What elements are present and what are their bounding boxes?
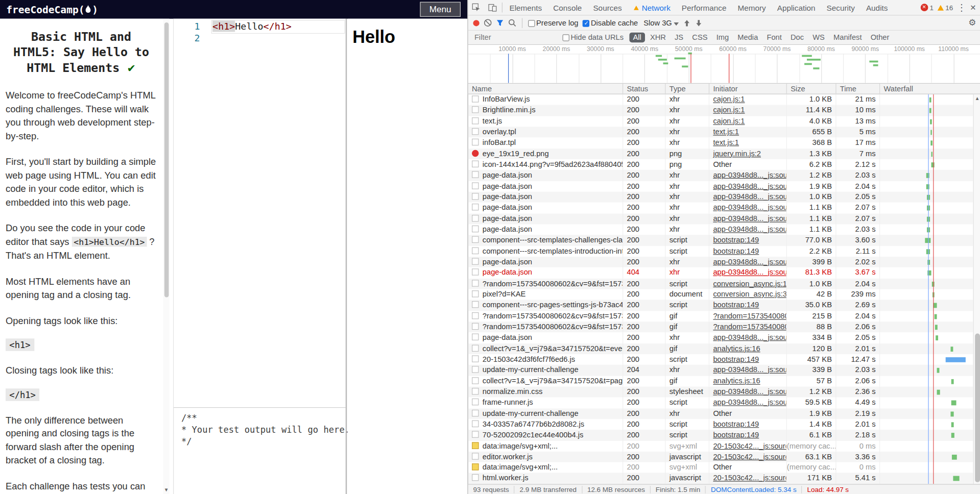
- filter-chip-img[interactable]: Img: [712, 33, 732, 43]
- devtools-close-icon[interactable]: ✕: [970, 3, 976, 12]
- cell-name[interactable]: component---src-templates-challenges-cla…: [468, 235, 624, 245]
- cell-name[interactable]: icon-144x144.png?v=9f5ad2623a4f880405409…: [468, 159, 624, 170]
- network-request-row[interactable]: collect?v=1&_v=j79&a=347157520&t=event&_…: [468, 343, 973, 354]
- cell-name[interactable]: ?random=1573540080602&cv=9&fst=15735400.…: [468, 278, 624, 289]
- cell-name[interactable]: ?random=1573540080602&cv=9&fst=15735384.…: [468, 322, 624, 332]
- device-toolbar-icon[interactable]: [484, 3, 500, 12]
- devtools-tab-console[interactable]: Console: [547, 1, 587, 15]
- filter-chip-doc[interactable]: Doc: [787, 33, 808, 43]
- initiator-link[interactable]: 20-1503c42..._js:sourcem...: [713, 441, 786, 450]
- hide-data-urls-checkbox[interactable]: Hide data URLs: [562, 33, 624, 42]
- network-request-row[interactable]: page-data.json404xhrapp-03948d8..._js:so…: [468, 267, 973, 278]
- cell-name[interactable]: collect?v=1&_v=j79&a=347157520&t=event&_…: [468, 343, 624, 354]
- filter-chip-other[interactable]: Other: [867, 33, 893, 43]
- fcc-logo[interactable]: freeCodeCamp( ): [6, 4, 98, 15]
- network-request-row[interactable]: html.worker.js200javascript20-1503c42...…: [468, 473, 973, 484]
- cell-name[interactable]: ?random=1573540080602&cv=9&fst=15735384.…: [468, 311, 624, 322]
- network-request-row[interactable]: page-data.json200xhrapp-03948d8..._js:so…: [468, 203, 973, 213]
- cell-name[interactable]: text.js: [468, 116, 624, 127]
- network-request-row[interactable]: data:image/svg+xml;...200svg+xml20-1503c…: [468, 440, 973, 451]
- network-request-row[interactable]: page-data.json200xhrapp-03948d8..._js:so…: [468, 181, 973, 191]
- cell-name[interactable]: 70-52002092c1ec44e400b4.js: [468, 430, 624, 440]
- cell-name[interactable]: pixel?d=KAE: [468, 289, 624, 300]
- import-har-icon[interactable]: [683, 19, 691, 27]
- initiator-link[interactable]: conversion_async.js:19: [713, 279, 786, 288]
- initiator-link[interactable]: cajon.js:1: [713, 116, 745, 125]
- cell-name[interactable]: update-my-current-challenge: [468, 408, 624, 419]
- network-request-row[interactable]: eye_19x19_red.png200pngjquery.min.js:21.…: [468, 149, 973, 159]
- code-editor[interactable]: 1 2 <h1>Hello</h1>: [174, 19, 346, 407]
- cell-name[interactable]: page-data.json: [468, 181, 624, 191]
- column-header-time[interactable]: Time: [836, 84, 880, 94]
- devtools-tab-elements[interactable]: Elements: [504, 1, 547, 15]
- sidebar-scroll-down-arrow[interactable]: ▼: [163, 487, 169, 493]
- network-request-row[interactable]: overlay.tpl200xhrtext.js:1655 B5 ms: [468, 127, 973, 137]
- sidebar-scrollbar[interactable]: ▼: [163, 19, 169, 494]
- disable-cache-checkbox[interactable]: Disable cache: [583, 18, 638, 27]
- console-warning-icon[interactable]: [937, 5, 943, 10]
- devtools-tab-sources[interactable]: Sources: [587, 1, 627, 15]
- editor-code-line[interactable]: <h1>Hello</h1>: [212, 20, 292, 32]
- initiator-link[interactable]: app-03948d8..._js:source...: [713, 170, 786, 179]
- network-request-row[interactable]: frame-runner.js200scriptapp-03948d8..._j…: [468, 398, 973, 408]
- cell-name[interactable]: data:image/svg+xml;...: [468, 462, 624, 473]
- cell-name[interactable]: component---src-pages-settings-js-b73ac4…: [468, 300, 624, 311]
- devtools-menu-icon[interactable]: ⋮: [957, 2, 966, 13]
- filter-chip-media[interactable]: Media: [734, 33, 762, 43]
- column-header-status[interactable]: Status: [623, 84, 665, 94]
- cell-name[interactable]: collect?v=1&_v=j79&a=347157520&t=pagevie…: [468, 376, 624, 386]
- initiator-link[interactable]: bootstrap:149: [713, 419, 759, 428]
- column-header-size[interactable]: Size: [787, 84, 836, 94]
- network-request-row[interactable]: InfoBarView.js200xhrcajon.js:11.0 KB21 m…: [468, 94, 973, 105]
- network-overview-timeline[interactable]: 10000 ms20000 ms30000 ms40000 ms50000 ms…: [468, 45, 980, 84]
- initiator-link[interactable]: cajon.js:1: [713, 95, 745, 104]
- export-har-icon[interactable]: [695, 19, 703, 27]
- filter-input[interactable]: [473, 33, 557, 43]
- cell-name[interactable]: page-data.json: [468, 192, 624, 203]
- clear-network-log-icon[interactable]: [484, 19, 492, 27]
- initiator-link[interactable]: app-03948d8..._js:source...: [713, 365, 786, 374]
- cell-name[interactable]: component---src-templates-introduction-i…: [468, 246, 624, 257]
- network-request-row[interactable]: normalize.min.css200stylesheetapp-03948d…: [468, 386, 973, 397]
- initiator-link[interactable]: bootstrap:149: [713, 236, 759, 244]
- filter-chip-js[interactable]: JS: [671, 33, 687, 43]
- cell-name[interactable]: page-data.json: [468, 267, 624, 278]
- scroll-up-arrow[interactable]: ▲: [974, 94, 980, 103]
- column-header-type[interactable]: Type: [665, 84, 709, 94]
- cell-name[interactable]: frame-runner.js: [468, 398, 624, 408]
- cell-name[interactable]: page-data.json: [468, 170, 624, 181]
- network-request-row[interactable]: icon-144x144.png?v=9f5ad2623a4f880405409…: [468, 159, 973, 170]
- network-request-row[interactable]: update-my-current-challenge200xhrOther1.…: [468, 408, 973, 419]
- devtools-tab-performance[interactable]: Performance: [676, 1, 732, 15]
- initiator-link[interactable]: text.js:1: [713, 128, 739, 136]
- network-request-row[interactable]: page-data.json200xhrapp-03948d8..._js:so…: [468, 224, 973, 235]
- network-request-row[interactable]: page-data.json200xhrapp-03948d8..._js:so…: [468, 257, 973, 267]
- initiator-link[interactable]: conversion_async.js:34: [713, 290, 786, 299]
- initiator-link[interactable]: text.js:1: [713, 138, 739, 147]
- network-request-row[interactable]: text.js200xhrcajon.js:14.0 KB13 ms: [468, 116, 973, 127]
- filter-chip-manifest[interactable]: Manifest: [830, 33, 866, 43]
- network-request-row[interactable]: component---src-templates-introduction-i…: [468, 246, 973, 257]
- devtools-tab-network[interactable]: Network: [628, 1, 676, 15]
- initiator-link[interactable]: 20-1503c42..._js:source...: [713, 452, 786, 461]
- initiator-link[interactable]: ?random=15735400806...: [713, 322, 786, 331]
- cell-name[interactable]: page-data.json: [468, 203, 624, 213]
- network-request-row[interactable]: data:image/svg+xml;...200svg+xmlOther(me…: [468, 462, 973, 473]
- devtools-tab-audits[interactable]: Audits: [861, 1, 894, 15]
- initiator-link[interactable]: analytics.js:16: [713, 344, 760, 353]
- initiator-link[interactable]: app-03948d8..._js:source...: [713, 387, 786, 396]
- initiator-link[interactable]: app-03948d8..._js:source...: [713, 398, 786, 407]
- network-request-row[interactable]: collect?v=1&_v=j79&a=347157520&t=pagevie…: [468, 376, 973, 386]
- cell-name[interactable]: Brightline.min.js: [468, 105, 624, 116]
- network-request-row[interactable]: page-data.json200xhrapp-03948d8..._js:so…: [468, 192, 973, 203]
- initiator-link[interactable]: app-03948d8..._js:source...: [713, 268, 786, 277]
- scrollbar-thumb[interactable]: [975, 334, 980, 482]
- initiator-link[interactable]: cajon.js:1: [713, 106, 745, 114]
- initiator-link[interactable]: jquery.min.js:2: [713, 149, 761, 158]
- preserve-log-checkbox[interactable]: Preserve log: [528, 18, 578, 27]
- network-request-row[interactable]: ?random=1573540080602&cv=9&fst=15735400.…: [468, 278, 973, 289]
- initiator-link[interactable]: app-03948d8..._js:source...: [713, 182, 786, 190]
- console-error-icon[interactable]: ✕: [920, 4, 928, 11]
- network-request-row[interactable]: component---src-pages-settings-js-b73ac4…: [468, 300, 973, 311]
- network-request-row[interactable]: update-my-current-challenge204xhrapp-039…: [468, 365, 973, 376]
